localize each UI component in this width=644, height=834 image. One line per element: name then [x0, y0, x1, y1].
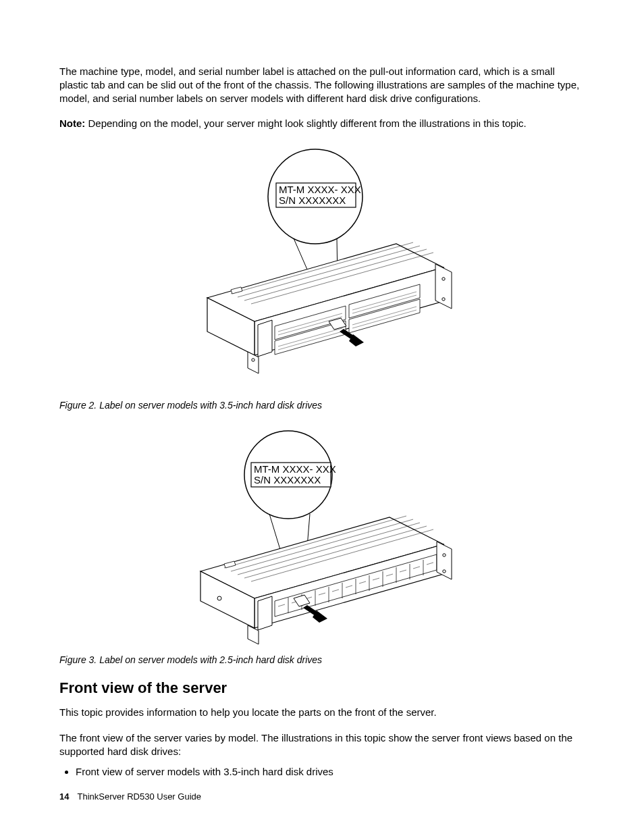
figure-3: MT-M XXXX- XXX S/N XXXXXXX: [59, 424, 585, 647]
fig3-label-line2: S/N XXXXXXX: [254, 474, 321, 486]
intro-paragraph: The machine type, model, and serial numb…: [59, 65, 585, 105]
svg-marker-28: [248, 352, 259, 373]
page-footer: 14ThinkServer RD530 User Guide: [59, 791, 201, 802]
section-intro-paragraph: This topic provides information to help …: [59, 706, 585, 719]
list-item: Front view of server models with 3.5-inc…: [76, 765, 585, 779]
note-label: Note:: [59, 118, 85, 129]
svg-marker-69: [258, 596, 272, 630]
footer-title: ThinkServer RD530 User Guide: [77, 791, 201, 802]
note-text: Depending on the model, your server migh…: [85, 118, 526, 129]
note-paragraph: Note: Depending on the model, your serve…: [59, 117, 585, 130]
fig3-label-line1: MT-M XXXX- XXX: [254, 463, 336, 475]
fig2-label-line1: MT-M XXXX- XXX: [279, 184, 361, 195]
bullet-list: Front view of server models with 3.5-inc…: [59, 765, 585, 779]
page-number: 14: [59, 791, 69, 802]
figure-2-svg: MT-M XXXX- XXX S/N XXXXXXX: [187, 142, 457, 392]
figure-2: MT-M XXXX- XXX S/N XXXXXXX: [59, 142, 585, 392]
fig2-label-line2: S/N XXXXXXX: [279, 194, 346, 206]
svg-marker-75: [248, 625, 259, 644]
figure-2-caption: Figure 2. Label on server models with 3.…: [59, 399, 585, 411]
figure-3-caption: Figure 3. Label on server models with 2.…: [59, 654, 585, 666]
section-variation-paragraph: The front view of the server varies by m…: [59, 731, 585, 758]
svg-marker-27: [435, 264, 452, 309]
section-heading-front-view: Front view of the server: [59, 678, 585, 698]
figure-3-svg: MT-M XXXX- XXX S/N XXXXXXX: [187, 424, 457, 647]
svg-marker-23: [258, 320, 272, 357]
